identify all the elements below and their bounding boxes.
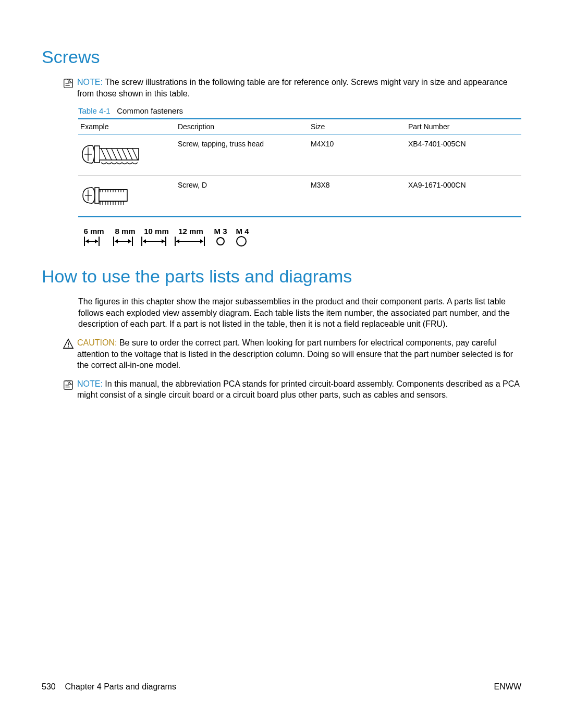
svg-marker-31 [200,239,203,243]
cell-part: XB4-7401-005CN [406,134,521,176]
fasteners-table: Example Description Size Part Number [78,118,521,217]
table-title: Common fasteners [117,106,183,115]
svg-marker-25 [143,239,146,243]
ruler-10mm: 10 mm [141,227,172,236]
page-footer: 530 Chapter 4 Parts and diagrams ENWW [42,682,521,692]
note-label: NOTE: [77,379,103,388]
svg-point-32 [217,238,224,245]
ruler-marks-icon [78,236,255,247]
caution-text: Be sure to order the correct part. When … [77,338,513,369]
th-description: Description [176,119,309,134]
ruler-8mm: 8 mm [109,227,141,236]
svg-marker-30 [176,239,179,243]
measurement-ruler: 6 mm 8 mm 10 mm 12 mm M 3 M 4 [78,227,521,249]
screw-truss-icon [80,140,143,168]
ruler-6mm: 6 mm [78,227,109,236]
svg-rect-8 [95,188,99,203]
svg-marker-16 [95,239,98,243]
note-block-1: NOTE: The screw illustrations in the fol… [63,77,521,99]
note-icon [63,379,74,394]
ruler-m4: M 4 [231,227,253,236]
caution-label: CAUTION: [77,338,117,347]
table-caption: Table 4-1 Common fasteners [78,106,521,115]
caution-icon [63,338,74,353]
cell-part: XA9-1671-000CN [406,176,521,217]
svg-point-35 [68,346,69,347]
svg-marker-21 [128,239,131,243]
cell-example [78,176,176,217]
svg-point-33 [237,237,246,246]
note-block-2: NOTE: In this manual, the abbreviation P… [63,378,521,401]
note-text: In this manual, the abbreviation PCA sta… [77,379,519,400]
table-row: Screw, D M3X8 XA9-1671-000CN [78,176,521,217]
th-size: Size [309,119,406,134]
footer-chapter: Chapter 4 Parts and diagrams [65,682,176,691]
table-row: Screw, tapping, truss head M4X10 XB4-740… [78,134,521,176]
footer-right: ENWW [494,682,521,692]
note-icon [63,78,74,92]
cell-desc: Screw, tapping, truss head [176,134,309,176]
footer-page: 530 [42,682,56,691]
caution-block: CAUTION: Be sure to order the correct pa… [63,337,521,371]
note-text: The screw illustrations in the following… [77,78,508,98]
cell-desc: Screw, D [176,176,309,217]
heading-how-to: How to use the parts lists and diagrams [42,266,521,287]
svg-marker-15 [85,239,89,243]
th-example: Example [78,119,176,134]
cell-size: M3X8 [309,176,406,217]
screw-d-icon [80,181,143,209]
svg-marker-26 [162,239,165,243]
cell-example [78,134,176,176]
cell-size: M4X10 [309,134,406,176]
heading-screws: Screws [42,47,521,67]
table-header-row: Example Description Size Part Number [78,119,521,134]
note-label: NOTE: [77,78,103,87]
body-paragraph: The figures in this chapter show the maj… [78,296,521,330]
table-number: Table 4-1 [78,106,111,115]
svg-marker-20 [115,239,118,243]
svg-rect-4 [94,146,100,163]
th-part: Part Number [406,119,521,134]
ruler-12mm: 12 mm [172,227,210,236]
ruler-m3: M 3 [210,227,231,236]
